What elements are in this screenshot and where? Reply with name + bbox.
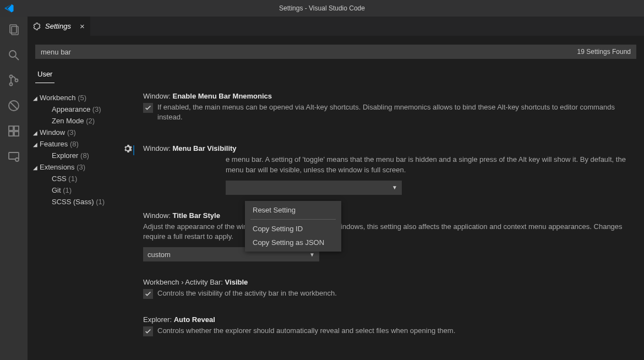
setting-context-menu: Reset Setting Copy Setting ID Copy Setti… — [245, 201, 341, 252]
remote-icon[interactable] — [6, 149, 21, 164]
explorer-icon[interactable] — [6, 22, 21, 37]
gear-icon — [33, 23, 41, 30]
toc-appearance[interactable]: Appearance (3) — [30, 103, 127, 115]
toc-scss[interactable]: SCSS (Sass) (1) — [30, 196, 127, 208]
toc-git[interactable]: Git (1) — [30, 184, 127, 196]
toc-features[interactable]: ◢Features (8) — [30, 138, 127, 150]
vscode-logo-icon — [4, 3, 14, 15]
svg-point-4 — [10, 75, 13, 78]
toc-css[interactable]: CSS (1) — [30, 173, 127, 184]
setting-enable-menu-bar-mnemonics: Window: Enable Menu Bar Mnemonics If ena… — [143, 92, 638, 122]
setting-gear-icon[interactable] — [123, 144, 132, 155]
settings-list: Window: Enable Menu Bar Mnemonics If ena… — [127, 92, 644, 356]
search-result-count: 19 Settings Found — [572, 45, 636, 59]
checkbox[interactable] — [143, 326, 153, 336]
svg-line-8 — [10, 102, 18, 110]
modified-indicator — [133, 145, 134, 155]
extensions-icon[interactable] — [6, 123, 21, 139]
svg-point-6 — [15, 79, 18, 82]
toc-extensions[interactable]: ◢Extensions (3) — [30, 161, 127, 173]
checkbox[interactable] — [143, 289, 153, 299]
debug-icon[interactable] — [6, 98, 21, 113]
setting-explorer-auto-reveal: Explorer: Auto Reveal Controls whether t… — [143, 315, 638, 336]
settings-search-input[interactable] — [35, 45, 572, 59]
setting-title-bar-style: Window: Title Bar Style Adjust the appea… — [143, 211, 638, 261]
scope-tab-user[interactable]: User — [35, 67, 54, 83]
svg-point-2 — [9, 51, 16, 57]
svg-point-14 — [15, 158, 19, 161]
tab-label: Settings — [45, 22, 71, 30]
svg-rect-9 — [9, 126, 13, 130]
svg-line-3 — [15, 57, 19, 60]
chevron-down-icon: ▼ — [309, 252, 315, 258]
activity-bar — [0, 17, 28, 360]
close-icon[interactable]: × — [80, 21, 85, 31]
toc-workbench[interactable]: ◢Workbench (5) — [30, 92, 127, 103]
svg-rect-10 — [9, 132, 13, 136]
checkbox[interactable] — [143, 103, 153, 113]
setting-menu-bar-visibility: Window: Menu Bar Visibility e menu bar. … — [143, 144, 638, 194]
menu-copy-setting-json[interactable]: Copy Setting as JSON — [245, 236, 341, 249]
toc-window[interactable]: ◢Window (3) — [30, 127, 127, 138]
svg-point-5 — [10, 83, 13, 86]
menu-copy-setting-id[interactable]: Copy Setting ID — [245, 222, 341, 236]
svg-rect-11 — [14, 132, 19, 136]
tab-bar: Settings × — [28, 17, 644, 36]
tab-settings[interactable]: Settings × — [28, 17, 90, 36]
menu-separator — [250, 219, 336, 220]
toc-zen-mode[interactable]: Zen Mode (2) — [30, 115, 127, 127]
settings-toc: ◢Workbench (5) Appearance (3) Zen Mode (… — [28, 92, 127, 356]
menu-bar-visibility-select[interactable]: ▼ — [226, 181, 402, 195]
svg-rect-12 — [14, 126, 19, 130]
search-icon[interactable] — [6, 47, 21, 63]
setting-activity-bar-visible: Workbench › Activity Bar: Visible Contro… — [143, 278, 638, 299]
window-title: Settings - Visual Studio Code — [279, 4, 365, 12]
toc-explorer[interactable]: Explorer (8) — [30, 150, 127, 161]
chevron-down-icon: ▼ — [392, 184, 397, 190]
menu-reset-setting[interactable]: Reset Setting — [245, 203, 341, 217]
titlebar: Settings - Visual Studio Code — [0, 0, 644, 17]
source-control-icon[interactable] — [6, 73, 21, 88]
